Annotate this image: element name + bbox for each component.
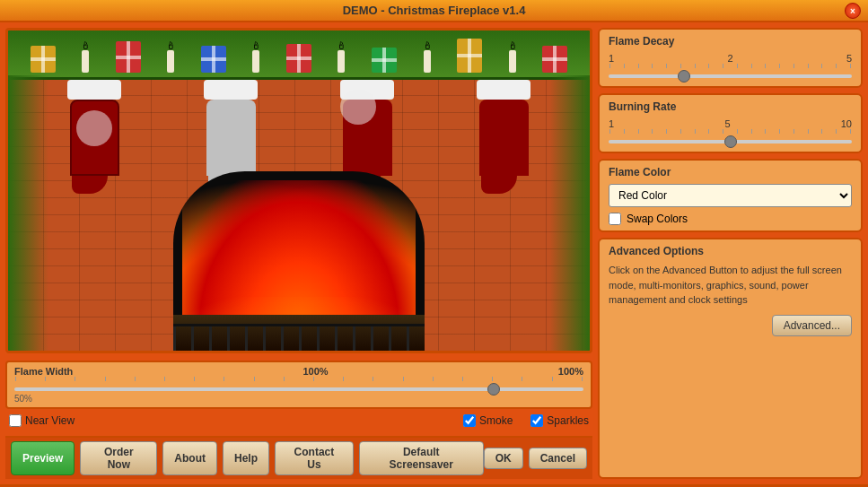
- swap-colors-row: Swap Colors: [609, 213, 852, 225]
- advanced-description: Click on the Advanced Button to adjust t…: [609, 263, 852, 308]
- button-bar: Preview Order Now About Help Contact Us …: [5, 436, 592, 479]
- help-button[interactable]: Help: [223, 441, 269, 475]
- sparkles-label: Sparkles: [547, 414, 589, 427]
- button-bar-right: OK Cancel: [484, 448, 587, 469]
- candle-2: [167, 50, 174, 73]
- flame-color-title: Flame Color: [609, 166, 852, 178]
- close-button[interactable]: ×: [845, 3, 861, 19]
- advanced-section: Advanced Options Click on the Advanced B…: [598, 238, 863, 479]
- smoke-label: Smoke: [479, 414, 513, 427]
- swap-colors-checkbox[interactable]: [609, 213, 621, 225]
- advanced-btn-row: Advanced...: [609, 315, 852, 336]
- burning-rate-section: Burning Rate 1 5 10: [598, 93, 863, 153]
- near-view-label: Near View: [25, 414, 75, 427]
- bottom-controls: Flame Width 100% 100% 50%: [5, 357, 592, 432]
- advanced-button[interactable]: Advanced...: [772, 315, 852, 336]
- flame-width-min: 50%: [14, 394, 32, 404]
- stocking-4: [472, 80, 535, 178]
- default-screensaver-button[interactable]: Default Screensaver: [359, 441, 484, 475]
- flame-decay-ticks: [609, 64, 852, 68]
- gift-1: [31, 46, 56, 73]
- flame-width-labels: Flame Width 100% 100%: [14, 366, 583, 377]
- stocking-2: [199, 80, 262, 178]
- advanced-title: Advanced Options: [609, 245, 852, 257]
- stocking-3: [336, 80, 399, 178]
- gift-6: [457, 39, 482, 73]
- burning-rate-min: 1: [609, 118, 614, 129]
- order-now-button[interactable]: Order Now: [80, 441, 157, 475]
- garland-left: [8, 75, 48, 351]
- ok-button[interactable]: OK: [484, 448, 523, 469]
- burning-rate-labels: 1 5 10: [609, 118, 852, 129]
- flame-decay-mid: 2: [727, 53, 732, 64]
- candle-6: [509, 50, 516, 73]
- gift-7: [542, 46, 567, 73]
- flame-decay-slider[interactable]: [609, 74, 852, 78]
- about-button[interactable]: About: [162, 441, 217, 475]
- flame-color-select[interactable]: Red Color Blue Color Green Color Purple …: [609, 184, 852, 207]
- sparkles-checkbox[interactable]: [530, 414, 543, 427]
- button-bar-left: Preview Order Now About Help Contact Us …: [11, 441, 484, 475]
- iron-grate: [173, 324, 425, 351]
- flame-width-section: Flame Width 100% 100% 50%: [5, 361, 592, 409]
- flame-decay-labels: 1 2 5: [609, 53, 852, 64]
- gift-3: [201, 46, 226, 73]
- flame-decay-title: Flame Decay: [609, 35, 852, 48]
- stocking-1: [63, 80, 126, 178]
- flame-width-ticks: [14, 377, 583, 381]
- gift-4: [286, 44, 311, 73]
- sparkles-item: Sparkles: [530, 414, 589, 427]
- near-view-checkbox[interactable]: [9, 414, 22, 427]
- left-panel: Flame Width 100% 100% 50%: [5, 28, 592, 479]
- candle-4: [338, 50, 345, 73]
- gift-5: [372, 48, 397, 73]
- flame-width-mid: 100%: [303, 366, 329, 377]
- burning-rate-max: 10: [841, 118, 852, 129]
- flame-decay-min: 1: [609, 53, 614, 64]
- candle-1: [82, 50, 89, 73]
- checkboxes-row: Near View Smoke Sparkles: [5, 413, 592, 429]
- flame-color-section: Flame Color Red Color Blue Color Green C…: [598, 159, 863, 232]
- gifts-row: [8, 32, 590, 73]
- burning-rate-title: Burning Rate: [609, 100, 852, 113]
- burning-rate-ticks: [609, 129, 852, 134]
- candle-3: [252, 50, 259, 73]
- cancel-button[interactable]: Cancel: [529, 448, 587, 469]
- garland-right: [549, 75, 590, 351]
- preview-button[interactable]: Preview: [11, 441, 75, 475]
- candle-5: [424, 50, 431, 73]
- right-panel: Flame Decay 1 2 5 Burning Rate 1 5: [598, 28, 863, 479]
- smoke-checkbox[interactable]: [463, 414, 476, 427]
- burning-rate-mid: 5: [724, 118, 730, 129]
- swap-colors-label: Swap Colors: [627, 213, 688, 225]
- burning-rate-slider[interactable]: [609, 140, 852, 143]
- flame-width-slider[interactable]: [14, 387, 583, 391]
- flame-width-max: 100%: [558, 366, 583, 377]
- fireplace-scene: [5, 28, 592, 353]
- smoke-item: Smoke: [463, 414, 513, 427]
- flame-width-title: Flame Width: [14, 366, 73, 377]
- near-view-item: Near View: [9, 414, 75, 427]
- contact-us-button[interactable]: Contact Us: [275, 441, 354, 475]
- flame-decay-max: 5: [846, 53, 852, 64]
- main-container: Flame Width 100% 100% 50%: [0, 22, 868, 484]
- title-bar: DEMO - Christmas Fireplace v1.4 ×: [0, 0, 868, 22]
- app-title: DEMO - Christmas Fireplace v1.4: [343, 4, 526, 17]
- garland-top: [8, 30, 590, 80]
- gift-2: [116, 41, 141, 73]
- flame-decay-section: Flame Decay 1 2 5: [598, 28, 863, 88]
